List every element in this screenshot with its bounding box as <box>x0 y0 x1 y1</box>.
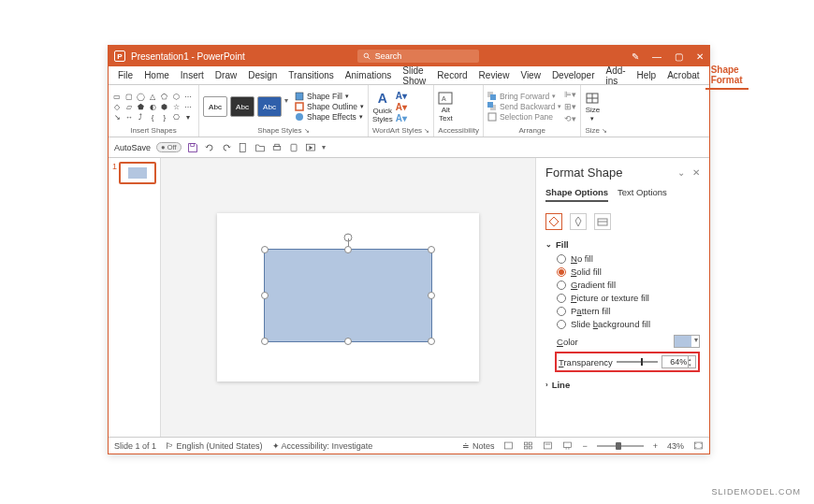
selected-rectangle-shape[interactable] <box>264 249 432 342</box>
style-gallery[interactable]: Abc Abc Abc ▾ <box>203 96 288 117</box>
quick-styles-button[interactable]: A Quick Styles <box>372 91 393 123</box>
slide-thumb-preview <box>119 162 156 184</box>
pane-close-icon[interactable]: ✕ <box>692 167 700 178</box>
tab-design[interactable]: Design <box>242 67 283 83</box>
search-box[interactable]: Search <box>357 50 479 63</box>
touch-mode-icon[interactable] <box>288 142 299 153</box>
color-picker-button[interactable] <box>674 335 700 348</box>
notes-button[interactable]: ≐ Notes <box>462 441 494 451</box>
resize-handle-tm[interactable] <box>344 246 352 253</box>
size-category-icon[interactable] <box>594 213 611 230</box>
undo-icon[interactable] <box>204 142 215 153</box>
style-thumb-3[interactable]: Abc <box>257 96 282 117</box>
ribbon-options-icon[interactable]: ✎ <box>632 51 639 62</box>
transparency-value-input[interactable]: 64% ▴▾ <box>661 355 696 368</box>
new-file-icon[interactable] <box>238 142 249 153</box>
resize-handle-tr[interactable] <box>428 246 435 253</box>
resize-handle-bl[interactable] <box>261 338 269 345</box>
transparency-slider[interactable] <box>617 361 658 363</box>
tab-review[interactable]: Review <box>473 67 516 83</box>
resize-handle-mr[interactable] <box>428 292 435 299</box>
fit-to-window-icon[interactable] <box>693 440 704 451</box>
slide-thumbnail-1[interactable]: 1 <box>112 162 156 184</box>
autosave-toggle[interactable]: ● Off <box>156 142 182 152</box>
style-thumb-2[interactable]: Abc <box>230 96 254 117</box>
from-beginning-icon[interactable] <box>305 142 316 153</box>
open-folder-icon[interactable] <box>254 142 266 153</box>
tab-record[interactable]: Record <box>431 67 472 83</box>
spinner-buttons[interactable]: ▴▾ <box>688 356 695 367</box>
bring-forward-button[interactable]: Bring Forward▾ <box>487 92 562 101</box>
shape-outline-button[interactable]: Shape Outline▾ <box>295 102 364 111</box>
tab-shape-format[interactable]: Shape Format <box>705 62 749 90</box>
tab-acrobat[interactable]: Acrobat <box>661 67 705 83</box>
redo-icon[interactable] <box>221 142 232 153</box>
tab-transitions[interactable]: Transitions <box>283 67 340 83</box>
line-section-header[interactable]: › Line <box>545 380 700 390</box>
text-fill-icon[interactable]: A▾ <box>396 91 407 101</box>
print-icon[interactable] <box>271 142 283 153</box>
language-status[interactable]: 🏳 English (United States) <box>166 441 263 451</box>
close-button[interactable]: ✕ <box>696 51 704 62</box>
tab-help[interactable]: Help <box>632 67 662 83</box>
tab-developer[interactable]: Developer <box>546 67 601 83</box>
fill-line-category-icon[interactable] <box>545 213 562 230</box>
resize-handle-br[interactable] <box>428 338 435 345</box>
slide-counter[interactable]: Slide 1 of 1 <box>114 441 156 451</box>
minimize-button[interactable]: — <box>652 51 661 62</box>
zoom-level[interactable]: 43% <box>667 441 684 451</box>
rotate-button[interactable]: ⟲▾ <box>564 114 576 123</box>
slide-canvas[interactable] <box>161 158 535 437</box>
maximize-button[interactable]: ▢ <box>675 51 683 62</box>
group-label-size: Size ↘ <box>585 126 607 135</box>
zoom-slider[interactable] <box>597 445 644 447</box>
slideshow-view-icon[interactable] <box>562 440 573 451</box>
reading-view-icon[interactable] <box>543 440 553 451</box>
accessibility-status[interactable]: ✦ Accessibility: Investigate <box>272 441 373 451</box>
alt-text-button[interactable]: A Alt Text <box>438 92 453 122</box>
radio-slide-bg-fill[interactable]: Slide background fill <box>557 319 700 329</box>
color-row: Color <box>557 335 700 348</box>
shape-fill-button[interactable]: Shape Fill▾ <box>295 92 364 101</box>
text-effects-icon[interactable]: A▾ <box>396 113 407 123</box>
outline-icon <box>295 102 304 111</box>
search-icon <box>363 52 371 61</box>
radio-solid-fill[interactable]: Solid fill <box>557 266 700 277</box>
zoom-in-button[interactable]: + <box>653 441 658 451</box>
tab-insert[interactable]: Insert <box>175 67 210 83</box>
pane-dropdown-icon[interactable]: ⌄ <box>677 167 685 178</box>
radio-pattern-fill[interactable]: Pattern fill <box>557 306 700 316</box>
radio-no-fill[interactable]: No fill <box>557 253 700 264</box>
shape-effects-button[interactable]: Shape Effects▾ <box>295 112 364 122</box>
style-thumb-1[interactable]: Abc <box>203 96 227 117</box>
fill-section-header[interactable]: ⌄ Fill <box>545 239 700 250</box>
send-backward-button[interactable]: Send Backward▾ <box>487 102 562 111</box>
selection-pane-button[interactable]: Selection Pane <box>487 112 562 122</box>
save-icon[interactable] <box>187 142 198 153</box>
pane-tab-shape-options[interactable]: Shape Options <box>545 187 608 202</box>
size-button[interactable]: Size ▾ <box>585 92 600 122</box>
zoom-out-button[interactable]: − <box>582 441 587 451</box>
effects-category-icon[interactable] <box>570 213 587 230</box>
tab-draw[interactable]: Draw <box>210 67 242 83</box>
align-button[interactable]: ⊫▾ <box>564 90 576 99</box>
resize-handle-tl[interactable] <box>261 246 269 253</box>
tab-home[interactable]: Home <box>138 67 175 83</box>
slide-sorter-icon[interactable] <box>523 440 533 451</box>
tab-view[interactable]: View <box>515 67 546 83</box>
shapes-gallery[interactable]: ▭▢◯△⬠⬡⋯ ◇▱⬟◐⬢☆⋯ ↘↔⤴{}⎔▾ <box>112 92 195 122</box>
style-more-icon[interactable]: ▾ <box>284 96 288 117</box>
rotate-handle[interactable] <box>343 229 353 238</box>
tab-file[interactable]: File <box>112 67 138 83</box>
group-label-wordart: WordArt Styles ↘ <box>372 126 429 135</box>
normal-view-icon[interactable] <box>503 440 514 451</box>
tab-animations[interactable]: Animations <box>340 67 397 83</box>
pane-tab-text-options[interactable]: Text Options <box>618 187 667 202</box>
radio-gradient-fill[interactable]: Gradient fill <box>557 280 700 290</box>
text-outline-icon[interactable]: A▾ <box>396 102 407 112</box>
qat-more-icon[interactable]: ▾ <box>322 143 326 151</box>
group-button[interactable]: ⊞▾ <box>564 102 576 111</box>
resize-handle-ml[interactable] <box>261 292 269 299</box>
radio-picture-fill[interactable]: Picture or texture fill <box>557 293 700 303</box>
resize-handle-bm[interactable] <box>344 338 352 345</box>
